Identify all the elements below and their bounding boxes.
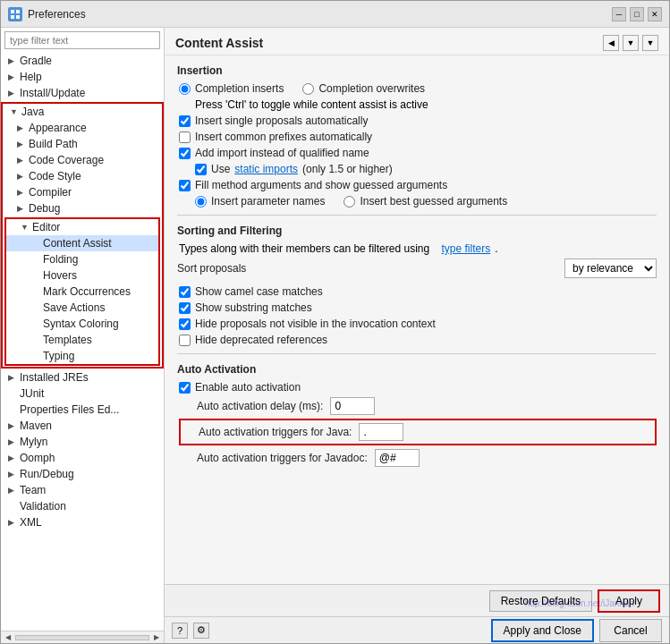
enable-auto-checkbox[interactable] (179, 382, 191, 394)
sidebar-item-team[interactable]: ▶ Team (1, 482, 164, 498)
hide-deprecated-checkbox[interactable] (179, 335, 191, 346)
triggers-javadoc-input[interactable] (375, 449, 420, 467)
svg-rect-1 (16, 10, 20, 13)
sidebar-item-oomph[interactable]: ▶ Oomph (1, 450, 164, 466)
sidebar-item-templates[interactable]: Templates (6, 332, 158, 348)
insert-common-row: Insert common prefixes automatically (177, 131, 657, 143)
expand-arrow (31, 352, 40, 360)
sidebar-item-label: Properties Files Ed... (20, 403, 119, 416)
use-static-label: Use (211, 163, 230, 175)
help-icon[interactable]: ? (172, 623, 188, 639)
completion-inserts-radio[interactable] (179, 83, 191, 95)
insert-common-checkbox[interactable] (179, 131, 191, 143)
sidebar-item-help[interactable]: ▶ Help (1, 69, 164, 85)
camel-case-checkbox[interactable] (179, 286, 191, 298)
settings-icon[interactable]: ⚙ (193, 623, 209, 639)
sidebar-item-label: Maven (20, 419, 52, 432)
sidebar-item-mark-occurrences[interactable]: Mark Occurrences (6, 284, 158, 300)
close-button[interactable]: ✕ (648, 7, 662, 21)
sidebar-item-gradle[interactable]: ▶ Gradle (1, 53, 164, 69)
sidebar-item-mylyn[interactable]: ▶ Mylyn (1, 434, 164, 450)
sidebar-item-compiler[interactable]: ▶ Compiler (3, 184, 162, 200)
fill-method-row: Fill method arguments and show guessed a… (177, 179, 657, 191)
sidebar-item-label: Syntax Coloring (43, 318, 119, 330)
sidebar-item-label: Build Path (29, 138, 78, 150)
left-scrollbar[interactable]: ◀ ▶ (1, 631, 164, 643)
restore-defaults-button[interactable]: Restore Defaults (489, 590, 592, 612)
expand-arrow: ▶ (8, 518, 17, 527)
sidebar-item-debug[interactable]: ▶ Debug (3, 200, 162, 216)
type-filters-link[interactable]: type filters (442, 242, 491, 255)
svg-rect-2 (11, 15, 14, 19)
sidebar-item-content-assist[interactable]: Content Assist (6, 235, 158, 251)
static-imports-link[interactable]: static imports (234, 163, 298, 175)
sidebar-item-label: Content Assist (43, 237, 112, 250)
sidebar-item-syntax-coloring[interactable]: Syntax Coloring (6, 316, 158, 332)
minimize-button[interactable]: ─ (612, 7, 626, 21)
sidebar-item-junit[interactable]: JUnit (1, 386, 164, 402)
completion-inserts-row: Completion inserts Completion overwrites (177, 82, 657, 95)
expand-arrow (31, 335, 40, 344)
sidebar-item-build-path[interactable]: ▶ Build Path (3, 136, 162, 152)
substring-checkbox[interactable] (179, 302, 191, 314)
delay-input[interactable] (330, 397, 375, 415)
hide-not-visible-checkbox[interactable] (179, 318, 191, 330)
window-controls: ─ □ ✕ (612, 7, 662, 21)
expand-arrow (8, 502, 17, 511)
insert-param-row: Insert parameter names Insert best guess… (177, 195, 657, 208)
type-filters-desc: Types along with their members can be fi… (179, 242, 429, 255)
delay-row: Auto activation delay (ms): (177, 397, 657, 415)
scroll-right-btn[interactable]: ▶ (151, 633, 162, 641)
forward-button[interactable]: ▼ (623, 35, 639, 51)
sidebar-item-label: Typing (43, 350, 74, 362)
apply-and-close-button[interactable]: Apply and Close (491, 619, 594, 642)
sidebar-item-install-update[interactable]: ▶ Install/Update (1, 85, 164, 101)
back-button[interactable]: ◀ (603, 35, 619, 51)
sort-proposals-label: Sort proposals (177, 262, 557, 275)
cancel-button[interactable]: Cancel (599, 619, 662, 642)
insert-best-radio[interactable] (343, 196, 355, 208)
expand-arrow (31, 303, 40, 312)
expand-arrow: ▶ (8, 89, 17, 97)
insert-single-checkbox[interactable] (179, 115, 191, 127)
scroll-left-btn[interactable]: ◀ (3, 633, 13, 641)
sidebar-item-java[interactable]: ▼ Java (3, 104, 162, 120)
sidebar-item-validation[interactable]: Validation (1, 498, 164, 514)
sidebar-item-hovers[interactable]: Hovers (6, 267, 158, 284)
fill-method-checkbox[interactable] (179, 180, 191, 191)
expand-arrow: ▶ (8, 486, 17, 495)
header-actions: ◀ ▼ ▼ (603, 35, 658, 51)
sidebar-item-label: Help (20, 71, 42, 83)
use-static-checkbox[interactable] (195, 164, 207, 175)
completion-overwrites-radio[interactable] (302, 83, 314, 95)
dropdown-button[interactable]: ▼ (642, 35, 658, 51)
add-import-checkbox[interactable] (179, 148, 191, 159)
apply-button[interactable]: Apply (598, 589, 660, 613)
hide-not-visible-label: Hide proposals not visible in the invoca… (195, 318, 436, 330)
sidebar-item-maven[interactable]: ▶ Maven (1, 418, 164, 434)
expand-arrow: ▶ (17, 204, 26, 213)
svg-rect-3 (16, 15, 20, 19)
sidebar-item-properties[interactable]: Properties Files Ed... (1, 402, 164, 418)
sidebar-item-folding[interactable]: Folding (6, 251, 158, 267)
sidebar-item-code-coverage[interactable]: ▶ Code Coverage (3, 152, 162, 168)
expand-arrow: ▶ (17, 172, 26, 181)
triggers-java-input[interactable] (359, 423, 403, 441)
sidebar-item-save-actions[interactable]: Save Actions (6, 300, 158, 316)
sidebar-item-label: Java (21, 106, 44, 118)
sidebar-item-typing[interactable]: Typing (6, 348, 158, 364)
sidebar-item-xml[interactable]: ▶ XML (1, 514, 164, 530)
sidebar-item-label: Compiler (29, 186, 72, 199)
sidebar-item-installed-jres[interactable]: ▶ Installed JREs (1, 369, 164, 386)
sidebar-item-appearance[interactable]: ▶ Appearance (3, 120, 162, 136)
sidebar-item-editor[interactable]: ▼ Editor (6, 219, 158, 235)
expand-arrow: ▶ (8, 421, 17, 430)
sort-proposals-select[interactable]: by relevance alphabetically (564, 258, 657, 278)
sidebar-item-run-debug[interactable]: ▶ Run/Debug (1, 466, 164, 482)
insert-param-radio[interactable] (195, 196, 207, 208)
filter-input[interactable] (4, 31, 160, 49)
expand-arrow: ▶ (8, 56, 17, 65)
maximize-button[interactable]: □ (630, 7, 644, 21)
sidebar-item-code-style[interactable]: ▶ Code Style (3, 168, 162, 184)
sidebar-item-label: Installed JREs (20, 371, 89, 384)
